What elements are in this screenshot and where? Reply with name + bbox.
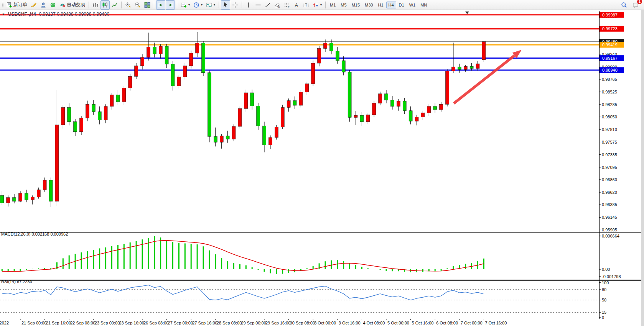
- shapes-icon: [313, 2, 319, 8]
- svg-text:0.96620: 0.96620: [602, 190, 617, 195]
- templates-button[interactable]: ▾: [204, 0, 217, 10]
- new-order-button-label: 新订单: [13, 2, 27, 8]
- timeframe-m1-button[interactable]: M1: [328, 2, 338, 8]
- toolbar-drag-handle[interactable]: [2, 2, 3, 8]
- bar-chart-button[interactable]: [91, 0, 100, 10]
- vline-button[interactable]: [244, 0, 253, 10]
- periods-button[interactable]: ▾: [192, 0, 204, 10]
- zoom-out-button[interactable]: [133, 0, 142, 10]
- gold-book-icon: [31, 2, 37, 8]
- svg-text:50: 50: [602, 298, 606, 302]
- toolbar-right-group: 1: [619, 0, 642, 10]
- hline-button[interactable]: [254, 0, 263, 10]
- timeframe-m5-button-label: M5: [341, 3, 346, 7]
- auto-scroll-icon: [158, 2, 164, 8]
- svg-text:15: 15: [602, 310, 606, 315]
- window-edge: [641, 10, 644, 326]
- person-icon: [40, 2, 46, 8]
- dropdown-caret-icon[interactable]: ▾: [201, 3, 203, 7]
- chart-title: ▼ USDCHF-,H4 0.99137 0.99488 0.99098 0.9…: [2, 11, 109, 17]
- svg-text:29 Sep 16:00: 29 Sep 16:00: [265, 321, 290, 325]
- svg-text:23 Sep 00:00: 23 Sep 00:00: [95, 321, 120, 325]
- svg-text:5 Oct 16:00: 5 Oct 16:00: [412, 321, 434, 325]
- svg-text:3 Oct 16:00: 3 Oct 16:00: [339, 321, 361, 325]
- mt4-terminal: 新订单自动交易▾▾▾EFAT▾M1M5M15M30H1H4D1W1MN1 0.9…: [0, 0, 644, 326]
- svg-text:0.006664: 0.006664: [602, 234, 619, 238]
- svg-text:0.99987: 0.99987: [602, 13, 618, 17]
- svg-text:F: F: [288, 6, 290, 8]
- timeframe-mn-button-label: MN: [420, 3, 427, 7]
- chart-history-button[interactable]: [29, 0, 38, 10]
- chart-shift-button[interactable]: [166, 0, 175, 10]
- symbol-dropdown-icon[interactable]: ▼: [2, 13, 5, 16]
- new-order-button[interactable]: 新订单: [5, 0, 29, 10]
- toolbar-separator: [121, 2, 122, 8]
- svg-text:0: 0: [602, 315, 604, 320]
- chart-canvas: 0.999550.997150.994800.992400.990000.987…: [0, 10, 644, 326]
- timeframe-d1-button[interactable]: D1: [397, 2, 407, 8]
- svg-text:0.97575: 0.97575: [602, 140, 617, 144]
- zoom-in-button[interactable]: [124, 0, 133, 10]
- svg-text:27 Sep 16:00: 27 Sep 16:00: [192, 321, 217, 325]
- toolbar-separator: [89, 2, 89, 8]
- timeframe-m30-button[interactable]: M30: [362, 2, 375, 8]
- svg-text:0.95905: 0.95905: [602, 228, 617, 232]
- svg-text:T: T: [305, 3, 307, 7]
- dropdown-caret-icon[interactable]: ▾: [320, 3, 322, 7]
- shapes-button[interactable]: ▾: [311, 0, 323, 10]
- svg-text:100: 100: [602, 280, 609, 285]
- text-button[interactable]: A: [292, 0, 301, 10]
- symbol-period-label: USDCHF-,H4: [8, 11, 36, 17]
- timeframe-h1-button[interactable]: H1: [376, 2, 385, 8]
- crosshair-button[interactable]: [231, 0, 240, 10]
- auto-scroll-button[interactable]: [156, 0, 165, 10]
- vps-button[interactable]: [39, 0, 48, 10]
- candles-chart-icon: [102, 2, 108, 8]
- notifications-button[interactable]: 1: [631, 0, 640, 10]
- svg-text:0.97810: 0.97810: [602, 127, 617, 132]
- svg-text:0.96385: 0.96385: [602, 202, 617, 207]
- svg-text:0.96145: 0.96145: [602, 215, 617, 220]
- green-globe-icon: [50, 2, 56, 8]
- svg-text:0.00: 0.00: [602, 267, 610, 272]
- svg-text:21 Sep 16:00: 21 Sep 16:00: [46, 321, 71, 325]
- search-button[interactable]: [619, 0, 629, 10]
- candle-chart-button[interactable]: [100, 0, 110, 10]
- toolbar-separator: [325, 2, 326, 8]
- label-button[interactable]: T: [301, 0, 311, 10]
- notification-count-badge: 1: [637, 0, 642, 4]
- dropdown-caret-icon[interactable]: ▾: [214, 3, 215, 7]
- trendline-button[interactable]: [263, 0, 272, 10]
- toolbar-separator: [219, 2, 219, 8]
- svg-text:80: 80: [602, 287, 606, 292]
- autotrading-button[interactable]: 自动交易: [58, 0, 87, 10]
- timeframe-m30-button-label: M30: [365, 3, 373, 7]
- chart-window: 0.999550.997150.994800.992400.990000.987…: [0, 10, 644, 326]
- timeframe-h1-button-label: H1: [378, 3, 383, 7]
- timeframe-m15-button[interactable]: M15: [349, 2, 362, 8]
- indicators-button[interactable]: ▾: [179, 0, 191, 10]
- fibo-icon: F: [284, 2, 290, 8]
- svg-text:7 Oct 16:00: 7 Oct 16:00: [485, 321, 507, 325]
- timeframe-h4-button[interactable]: H4: [386, 2, 396, 8]
- rsi-indicator-label: RSI(14) 67.2233: [1, 279, 32, 284]
- line-chart-button[interactable]: [110, 0, 119, 10]
- svg-text:29 Sep 00:00: 29 Sep 00:00: [241, 321, 266, 325]
- indicator-plus-icon: [181, 2, 187, 8]
- channel-button[interactable]: E: [273, 0, 282, 10]
- timeframe-m5-button[interactable]: M5: [338, 2, 349, 8]
- cursor-icon: [222, 2, 229, 8]
- svg-text:26 Sep 08:00: 26 Sep 08:00: [143, 321, 168, 325]
- cursor-button[interactable]: [221, 0, 230, 10]
- zoom-out-icon: [135, 2, 141, 8]
- tile-windows-button[interactable]: [143, 0, 152, 10]
- dropdown-caret-icon[interactable]: ▾: [188, 3, 190, 7]
- community-button[interactable]: [48, 0, 58, 10]
- timeframe-w1-button[interactable]: W1: [407, 2, 418, 8]
- chart-shift-icon: [167, 2, 173, 8]
- timeframe-mn-button[interactable]: MN: [418, 2, 429, 8]
- letter-a-icon: A: [293, 2, 300, 8]
- fibo-button[interactable]: F: [282, 0, 292, 10]
- tiles-icon: [144, 2, 150, 8]
- timeframe-h4-button-label: H4: [389, 3, 394, 7]
